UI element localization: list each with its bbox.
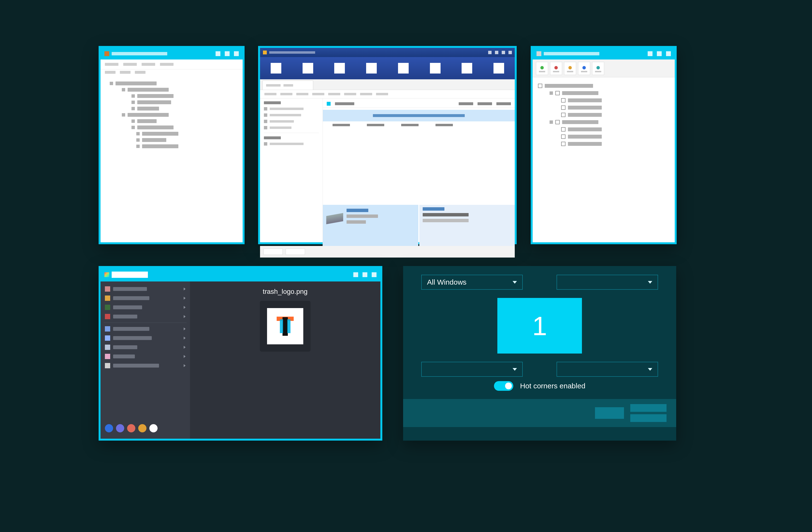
details-card <box>323 205 418 246</box>
category-tab[interactable] <box>550 62 562 75</box>
sidebar-item[interactable] <box>264 113 319 117</box>
palette-dot[interactable] <box>149 424 158 432</box>
details-card <box>419 205 515 246</box>
thumbnail-image <box>267 308 303 344</box>
sidebar-item[interactable] <box>101 352 190 361</box>
tab[interactable] <box>262 81 313 90</box>
palette-dot[interactable] <box>127 424 135 432</box>
maximize-icon[interactable] <box>225 51 230 56</box>
sidebar-item[interactable] <box>101 324 190 334</box>
checkbox[interactable] <box>561 142 566 146</box>
titlebar[interactable] <box>101 268 380 281</box>
sidebar-item[interactable] <box>264 142 319 145</box>
color-swatch-icon <box>105 345 110 350</box>
checkbox[interactable] <box>538 84 542 88</box>
folder-icon <box>327 102 331 106</box>
sidebar-item[interactable] <box>264 107 319 111</box>
footer-bar <box>260 246 515 257</box>
bottom-left-corner-select[interactable] <box>421 362 523 377</box>
category-tab[interactable] <box>564 62 576 75</box>
footer-button[interactable] <box>595 407 624 419</box>
footer-button[interactable] <box>630 404 667 412</box>
maximize-icon[interactable] <box>362 272 367 277</box>
sidebar-item[interactable] <box>264 126 319 129</box>
titlebar[interactable] <box>260 48 515 57</box>
sidebar-item-label <box>113 354 135 359</box>
sidebar-item[interactable] <box>101 284 190 294</box>
breadcrumb[interactable] <box>260 90 515 98</box>
window-controls[interactable] <box>488 51 512 54</box>
footer-button[interactable] <box>263 249 283 255</box>
sidebar-item[interactable] <box>101 342 190 352</box>
ribbon-button[interactable] <box>366 63 377 73</box>
chevron-down-icon <box>648 281 652 284</box>
footer-button[interactable] <box>630 414 667 422</box>
column-headers[interactable] <box>323 98 515 108</box>
chevron-down-icon <box>512 281 517 284</box>
top-left-corner-select[interactable]: All Windows <box>421 275 523 290</box>
checkbox[interactable] <box>561 135 566 139</box>
footer-button[interactable] <box>286 249 305 255</box>
titlebar[interactable] <box>101 48 243 59</box>
sidebar-item[interactable] <box>101 303 190 312</box>
list-row[interactable] <box>323 122 515 129</box>
close-icon[interactable] <box>234 51 239 56</box>
svg-rect-3 <box>280 319 283 333</box>
menu-bar[interactable] <box>101 59 243 69</box>
minimize-icon[interactable] <box>648 51 652 56</box>
sidebar-item[interactable] <box>101 312 190 321</box>
palette-dot[interactable] <box>105 424 113 432</box>
titlebar[interactable] <box>533 48 675 59</box>
toolbar[interactable] <box>101 69 243 77</box>
ribbon-button[interactable] <box>430 63 440 73</box>
tree-view[interactable] <box>101 77 243 153</box>
maximize-icon[interactable] <box>657 51 662 56</box>
sidebar-item[interactable] <box>101 294 190 303</box>
ribbon-button[interactable] <box>334 63 345 73</box>
close-icon[interactable] <box>372 272 377 277</box>
checkbox[interactable] <box>561 113 566 117</box>
select-label: All Windows <box>427 278 466 286</box>
ribbon-button[interactable] <box>398 63 409 73</box>
sidebar-item-label <box>113 305 142 309</box>
minimize-icon[interactable] <box>353 272 358 277</box>
color-palette[interactable] <box>101 421 190 436</box>
sidebar-item[interactable] <box>101 334 190 342</box>
checkbox[interactable] <box>561 106 566 110</box>
chevron-right-icon <box>184 346 186 349</box>
palette-dot[interactable] <box>116 424 124 432</box>
ribbon-button[interactable] <box>303 63 313 73</box>
checkbox[interactable] <box>561 98 566 102</box>
category-tab[interactable] <box>592 62 604 75</box>
category-tab[interactable] <box>536 62 548 75</box>
category-tab[interactable] <box>578 62 590 75</box>
color-swatch-icon <box>105 335 110 341</box>
ribbon-button[interactable] <box>462 63 472 73</box>
workspace-preview[interactable]: 1 <box>497 298 582 353</box>
sidebar[interactable] <box>101 281 190 439</box>
ribbon[interactable] <box>260 57 515 79</box>
checkbox[interactable] <box>561 127 566 131</box>
ribbon-button[interactable] <box>493 63 504 73</box>
thumbnail[interactable] <box>260 301 310 352</box>
sidebar-item[interactable] <box>101 361 190 370</box>
palette-dot[interactable] <box>138 424 146 432</box>
selected-row[interactable] <box>323 110 515 122</box>
minimize-icon[interactable] <box>216 51 220 56</box>
close-icon[interactable] <box>666 51 671 56</box>
top-right-corner-select[interactable] <box>556 275 658 290</box>
filename-label: trash_logo.png <box>263 288 307 295</box>
color-dot-icon <box>596 66 600 69</box>
checkbox[interactable] <box>555 91 560 95</box>
bottom-right-corner-select[interactable] <box>556 362 658 377</box>
tab-row[interactable] <box>260 79 515 90</box>
category-tabs[interactable] <box>533 59 675 78</box>
checkbox[interactable] <box>555 120 560 124</box>
sidebar-item[interactable] <box>264 120 319 123</box>
sidebar[interactable] <box>260 98 323 246</box>
hotcorners-toggle[interactable] <box>494 381 513 391</box>
ribbon-button[interactable] <box>271 63 281 73</box>
tree-view[interactable] <box>533 78 675 152</box>
color-swatch-icon <box>105 314 110 319</box>
chevron-right-icon <box>184 315 186 318</box>
